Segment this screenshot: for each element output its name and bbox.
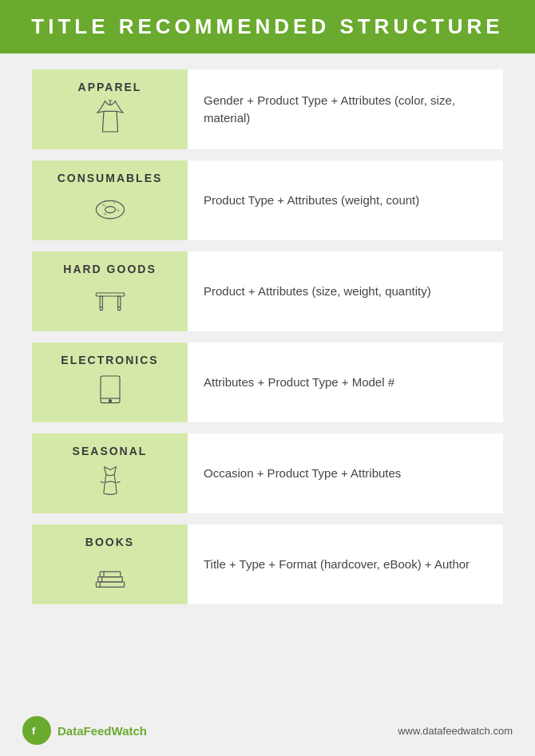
hard-goods-row: HARD GOODS Product + Attributes (size, w… — [32, 251, 503, 331]
svg-line-8 — [104, 213, 106, 215]
svg-point-4 — [105, 207, 115, 213]
consumables-label: CONSUMABLES — [57, 172, 163, 184]
svg-line-6 — [113, 202, 115, 204]
page-title: TITLE RECOMMENDED STRUCTURE — [19, 14, 516, 39]
svg-point-27 — [29, 722, 45, 738]
hard-goods-description: Product + Attributes (size, weight, quan… — [188, 271, 503, 312]
svg-point-16 — [109, 400, 111, 402]
hard-goods-category-box: HARD GOODS — [32, 251, 188, 331]
swimsuit-icon — [91, 464, 129, 502]
hard-goods-label: HARD GOODS — [63, 263, 156, 275]
electronics-description: Attributes + Product Type + Model # — [188, 362, 503, 403]
page-footer: f DataFeedWatch www.datafeedwatch.com — [0, 707, 535, 756]
consumables-category-box: CONSUMABLES — [32, 160, 188, 240]
svg-line-7 — [117, 210, 119, 212]
consumables-description: Product Type + Attributes (weight, count… — [188, 180, 503, 221]
books-icon — [91, 555, 129, 593]
seasonal-row: SEASONAL Occasion + Product Type + Attri… — [32, 433, 503, 513]
table-icon — [91, 282, 129, 320]
books-category-box: BOOKS — [32, 524, 188, 604]
svg-rect-11 — [117, 296, 120, 311]
svg-point-3 — [96, 200, 124, 218]
seasonal-description: Occasion + Product Type + Attributes — [188, 453, 503, 494]
datafeedwatch-logo-mark: f — [28, 722, 46, 739]
seasonal-label: SEASONAL — [73, 445, 148, 457]
svg-line-17 — [105, 474, 105, 482]
svg-line-20 — [117, 481, 120, 482]
brand-name: DataFeedWatch — [57, 724, 147, 738]
electronics-category-box: ELECTRONICS — [32, 342, 188, 422]
electronics-label: ELECTRONICS — [61, 354, 158, 366]
apparel-label: APPAREL — [78, 81, 142, 93]
seasonal-category-box: SEASONAL — [32, 433, 188, 513]
brand-accent: Feed — [84, 724, 112, 738]
dress-icon — [91, 100, 129, 138]
page-header: TITLE RECOMMENDED STRUCTURE — [0, 0, 535, 53]
svg-line-18 — [114, 474, 115, 482]
brand-suffix: Watch — [112, 724, 147, 738]
tablet-icon — [91, 373, 129, 411]
svg-rect-9 — [96, 293, 124, 296]
logo-icon: f — [22, 716, 51, 745]
main-content: APPAREL Gender + Product Type + Attribut… — [0, 53, 535, 707]
consumables-row: CONSUMABLES Product Type + Attributes (w… — [32, 160, 503, 240]
svg-line-19 — [100, 481, 103, 482]
logo-container: f DataFeedWatch — [22, 716, 147, 745]
svg-text:f: f — [32, 725, 36, 737]
footer-url: www.datafeedwatch.com — [398, 725, 513, 737]
svg-line-5 — [102, 204, 105, 206]
brand-prefix: Data — [57, 724, 84, 738]
books-label: BOOKS — [85, 536, 134, 548]
apparel-category-box: APPAREL — [32, 69, 188, 149]
svg-rect-10 — [100, 296, 102, 311]
apparel-description: Gender + Product Type + Attributes (colo… — [188, 81, 503, 139]
books-description: Title + Type + Format (hardcover, eBook)… — [188, 544, 503, 585]
electronics-row: ELECTRONICS Attributes + Product Type + … — [32, 342, 503, 422]
books-row: BOOKS Title + Type + Format (hardcover, … — [32, 524, 503, 604]
food-icon — [91, 191, 129, 229]
apparel-row: APPAREL Gender + Product Type + Attribut… — [32, 69, 503, 149]
svg-rect-25 — [100, 572, 121, 576]
